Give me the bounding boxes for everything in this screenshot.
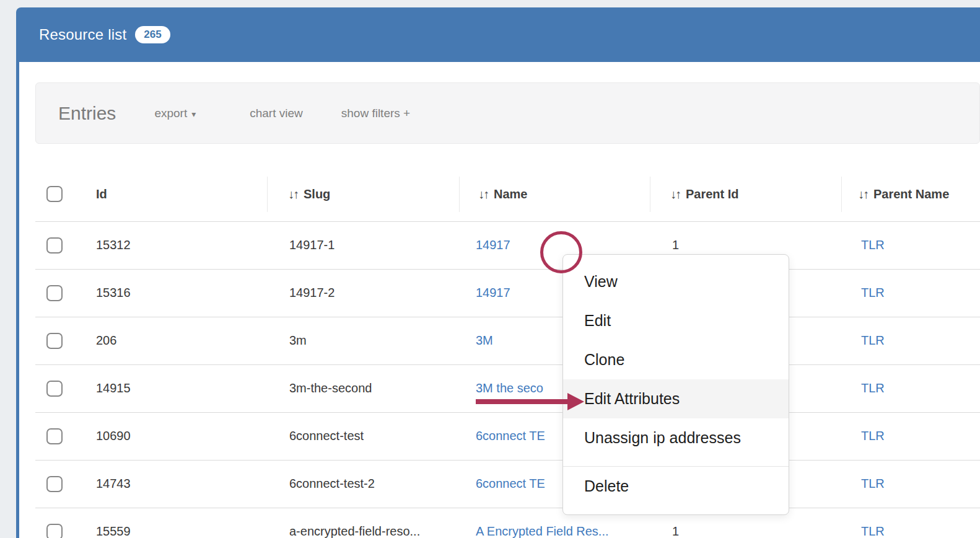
- name-link[interactable]: 3M the seco: [476, 381, 543, 395]
- id-cell: 206: [96, 333, 116, 347]
- column-label: Parent Name: [873, 187, 949, 201]
- id-cell: 14915: [96, 381, 131, 395]
- column-label: Parent Id: [686, 187, 739, 201]
- column-label: Id: [96, 187, 107, 201]
- parent-name-link[interactable]: TLR: [861, 429, 885, 443]
- slug-cell: 6connect-test-2: [289, 477, 375, 490]
- table-row: 2063m3MTLR: [35, 317, 980, 364]
- name-link[interactable]: A Encrypted Field Res...: [476, 524, 609, 538]
- parent-id-cell: 1: [672, 238, 679, 252]
- table-row: 15559a-encrypted-field-reso...A Encrypte…: [35, 508, 980, 538]
- id-cell: 15316: [96, 286, 131, 299]
- count-badge: 265: [135, 26, 170, 43]
- slug-cell: 14917-1: [289, 238, 335, 252]
- id-cell: 15312: [96, 238, 131, 252]
- table-header-row: Id ↓↑Slug ↓↑Name ↓↑Parent Id ↓↑Parent Na: [35, 167, 980, 221]
- slug-cell: a-encrypted-field-reso...: [289, 524, 420, 538]
- column-header-parent-name[interactable]: ↓↑Parent Name: [841, 167, 980, 221]
- sort-icon: ↓↑: [858, 187, 868, 201]
- table-row: 1531214917-1149171TLR: [35, 221, 980, 269]
- column-header-slug[interactable]: ↓↑Slug: [267, 167, 459, 221]
- table-row: 106906connect-test6connect TETLR: [35, 412, 980, 460]
- sort-icon: ↓↑: [670, 187, 680, 201]
- table-body: 1531214917-1149171TLR1531614917-214917TL…: [35, 221, 980, 538]
- name-link[interactable]: 14917: [476, 238, 510, 252]
- page-title: Resource list: [39, 26, 126, 43]
- name-link[interactable]: 3M: [476, 333, 493, 347]
- sort-icon: ↓↑: [288, 187, 298, 201]
- menu-item-clone[interactable]: Clone: [563, 340, 789, 379]
- resource-list-panel: Resource list 265 Entries export▾ chart …: [16, 7, 980, 538]
- parent-name-link[interactable]: TLR: [861, 238, 885, 252]
- id-cell: 14743: [96, 477, 131, 490]
- row-checkbox[interactable]: [46, 237, 63, 254]
- row-checkbox[interactable]: [46, 381, 63, 397]
- parent-name-link[interactable]: TLR: [861, 381, 885, 395]
- row-checkbox[interactable]: [46, 428, 63, 444]
- name-link[interactable]: 6connect TE: [476, 429, 545, 443]
- id-cell: 10690: [96, 429, 131, 443]
- table-row: 1531614917-214917TLR: [35, 269, 980, 317]
- slug-cell: 14917-2: [289, 286, 335, 299]
- menu-item-view[interactable]: View: [563, 262, 789, 301]
- parent-name-link[interactable]: TLR: [861, 286, 885, 299]
- menu-item-unassign-ip-addresses[interactable]: Unassign ip addresses: [563, 418, 789, 457]
- slug-cell: 3m-the-second: [289, 381, 372, 395]
- export-label: export: [154, 107, 187, 120]
- row-checkbox[interactable]: [46, 524, 63, 538]
- entries-title: Entries: [58, 103, 116, 124]
- row-context-menu: ViewEditCloneEdit AttributesUnassign ip …: [562, 254, 789, 515]
- parent-name-link[interactable]: TLR: [861, 477, 885, 490]
- entries-table: Id ↓↑Slug ↓↑Name ↓↑Parent Id ↓↑Parent Na: [35, 167, 980, 538]
- parent-id-cell: 1: [672, 524, 679, 538]
- column-label: Name: [494, 187, 527, 201]
- row-checkbox[interactable]: [46, 476, 63, 492]
- menu-item-edit[interactable]: Edit: [563, 301, 789, 340]
- parent-name-link[interactable]: TLR: [861, 333, 885, 347]
- column-header-parent-id[interactable]: ↓↑Parent Id: [650, 167, 841, 221]
- name-link[interactable]: 14917: [476, 286, 510, 299]
- parent-name-link[interactable]: TLR: [861, 524, 885, 538]
- slug-cell: 6connect-test: [289, 429, 364, 443]
- show-filters-button[interactable]: show filters +: [341, 107, 410, 120]
- select-all-checkbox[interactable]: [46, 186, 63, 202]
- panel-body: Entries export▾ chart view show filters …: [16, 62, 980, 538]
- table-row: 147436connect-test-26connect TETLR: [35, 460, 980, 508]
- column-label: Slug: [304, 187, 330, 201]
- chart-view-button[interactable]: chart view: [250, 107, 303, 120]
- chevron-down-icon: ▾: [191, 109, 196, 119]
- menu-item-delete[interactable]: Delete: [563, 467, 789, 506]
- table-row: 149153m-the-second3M the secoTLR: [35, 364, 980, 412]
- entries-toolbar: Entries export▾ chart view show filters …: [35, 82, 980, 144]
- row-checkbox[interactable]: [46, 333, 63, 349]
- export-button[interactable]: export▾: [154, 107, 196, 120]
- name-link[interactable]: 6connect TE: [476, 477, 545, 490]
- sort-icon: ↓↑: [478, 187, 488, 201]
- row-checkbox[interactable]: [46, 285, 63, 301]
- panel-header: Resource list 265: [16, 7, 980, 62]
- slug-cell: 3m: [289, 333, 307, 347]
- id-cell: 15559: [96, 524, 131, 538]
- column-header-id[interactable]: Id: [84, 167, 267, 221]
- menu-item-edit-attributes[interactable]: Edit Attributes: [563, 379, 789, 418]
- column-header-name[interactable]: ↓↑Name: [459, 167, 650, 221]
